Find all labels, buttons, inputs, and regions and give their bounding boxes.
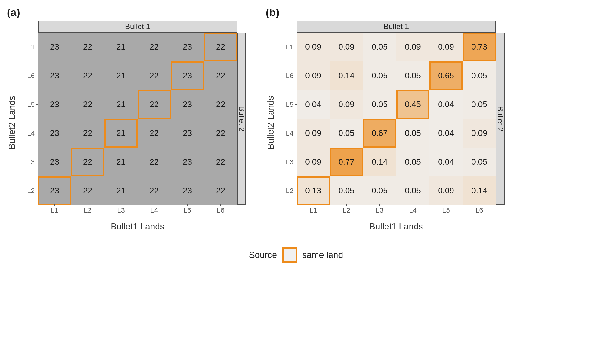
heatmap-cell: 22	[71, 90, 104, 119]
heatmap-cell: 0.09	[396, 33, 429, 61]
heatmap-cell: 22	[204, 61, 237, 90]
heatmap-cell: 0.09	[330, 90, 363, 119]
heatmap-cell: 0.05	[396, 119, 429, 148]
legend-item-label: same land	[302, 250, 343, 260]
y-tick: L6	[278, 61, 297, 90]
panel-b-tag: (b)	[265, 6, 505, 19]
heatmap-cell: 0.09	[297, 119, 330, 148]
heatmap-cell: 21	[104, 119, 138, 148]
y-tick: L4	[278, 119, 297, 148]
heatmap-cell: 21	[104, 61, 138, 90]
heatmap-cell: 0.05	[396, 176, 429, 205]
heatmap-cell: 0.65	[429, 61, 463, 90]
y-ticks-a: L1 L6 L5 L4 L3 L2	[19, 33, 38, 205]
plot-area-b: L1 L6 L5 L4 L3 L2 0.090.090.050.090.090.…	[278, 33, 496, 213]
panel-a-wrap: (a) Bullet2 Lands Bullet 1 Bullet 2 L1 L…	[6, 6, 246, 232]
heatmap-cell: 0.05	[330, 176, 363, 205]
heatmap-cell: 0.09	[429, 176, 463, 205]
heatmap-cell: 0.09	[297, 148, 330, 176]
y-tick: L2	[19, 176, 38, 205]
heatmap-cell: 0.77	[330, 148, 363, 176]
heatmap-cell: 22	[204, 148, 237, 176]
strip-top-a: Bullet 1	[38, 21, 237, 33]
heatmap-cell: 23	[171, 33, 204, 61]
heatmap-cell: 0.05	[463, 61, 496, 90]
y-tick: L5	[19, 90, 38, 119]
heatmap-cell: 0.05	[463, 90, 496, 119]
heatmap-cell: 22	[138, 148, 171, 176]
plot-area-a: L1 L6 L5 L4 L3 L2 2322212223222322212223…	[19, 33, 237, 213]
heatmap-cell: 23	[171, 61, 204, 90]
heatmap-cell: 0.09	[463, 119, 496, 148]
x-tick: L3	[363, 205, 396, 213]
strip-right-b: Bullet 2	[496, 33, 505, 205]
x-tick: L1	[297, 205, 330, 213]
heatmap-cell: 23	[171, 90, 204, 119]
heatmap-cell: 0.05	[396, 61, 429, 90]
panel-a-tag: (a)	[6, 6, 246, 19]
heatmap-cell: 0.05	[396, 148, 429, 176]
x-tick: L5	[429, 205, 463, 213]
heatmap-cell: 0.04	[429, 90, 463, 119]
y-ticks-b: L1 L6 L5 L4 L3 L2	[278, 33, 297, 205]
heatmap-cell: 22	[71, 33, 104, 61]
heatmap-cell: 0.04	[297, 90, 330, 119]
heatmap-cell: 0.05	[463, 148, 496, 176]
y-tick: L5	[278, 90, 297, 119]
heatmap-cell: 23	[38, 119, 71, 148]
heatmap-cell: 22	[71, 61, 104, 90]
heatmap-cell: 0.73	[463, 33, 496, 61]
heatmap-cell: 0.67	[363, 119, 396, 148]
heatmap-cell: 22	[204, 33, 237, 61]
x-tick: L6	[204, 205, 237, 213]
heatmap-cell: 23	[38, 148, 71, 176]
y-axis-title-b: Bullet2 Lands	[265, 33, 276, 213]
heatmap-cell: 0.09	[297, 61, 330, 90]
panel-b-wrap: (b) Bullet2 Lands Bullet 1 Bullet 2 L1 L…	[265, 6, 505, 232]
x-tick: L6	[463, 205, 496, 213]
heatmap-cell: 23	[171, 119, 204, 148]
heatmap-cell: 0.13	[297, 176, 330, 205]
heatmap-cell: 22	[138, 176, 171, 205]
x-tick: L4	[138, 205, 171, 213]
heatmap-cell: 0.05	[363, 33, 396, 61]
panel-b: Bullet2 Lands Bullet 1 Bullet 2 L1 L6 L5…	[265, 21, 505, 232]
y-axis-title-a: Bullet2 Lands	[6, 33, 18, 213]
heatmap-cell: 22	[204, 119, 237, 148]
x-tick: L4	[396, 205, 429, 213]
heatmap-cell: 23	[171, 176, 204, 205]
x-tick: L1	[38, 205, 71, 213]
legend: Source same land	[6, 241, 586, 263]
heatmap-cell: 0.14	[363, 148, 396, 176]
heatmap-cell: 22	[138, 61, 171, 90]
heatmap-cell: 0.05	[363, 61, 396, 90]
heatmap-cell: 23	[38, 90, 71, 119]
legend-key-box	[282, 247, 297, 263]
heatmap-cell: 0.14	[330, 61, 363, 90]
heatmap-cell: 22	[204, 176, 237, 205]
heatmap-cell: 0.05	[330, 119, 363, 148]
x-tick: L5	[171, 205, 204, 213]
y-tick: L3	[278, 148, 297, 176]
x-tick: L3	[104, 205, 138, 213]
heatmap-cell: 23	[38, 61, 71, 90]
x-ticks-a: L1 L2 L3 L4 L5 L6	[38, 205, 237, 213]
strip-right-a: Bullet 2	[237, 33, 246, 205]
x-axis-title-a: Bullet1 Lands	[19, 213, 237, 232]
legend-title: Source	[249, 250, 277, 260]
heatmap-cell: 0.09	[330, 33, 363, 61]
heatmap-cell: 22	[204, 90, 237, 119]
heatmap-a: 2322212223222322212223222322212223222322…	[38, 33, 237, 205]
heatmap-cell: 21	[104, 90, 138, 119]
heatmap-cell: 22	[71, 119, 104, 148]
heatmap-cell: 22	[138, 33, 171, 61]
heatmap-cell: 22	[71, 176, 104, 205]
y-tick: L4	[19, 119, 38, 148]
heatmap-cell: 0.09	[297, 33, 330, 61]
heatmap-cell: 0.09	[429, 33, 463, 61]
y-tick: L6	[19, 61, 38, 90]
x-tick: L2	[330, 205, 363, 213]
x-axis-title-b: Bullet1 Lands	[278, 213, 496, 232]
heatmap-cell: 0.04	[429, 119, 463, 148]
heatmap-cell: 0.04	[429, 148, 463, 176]
